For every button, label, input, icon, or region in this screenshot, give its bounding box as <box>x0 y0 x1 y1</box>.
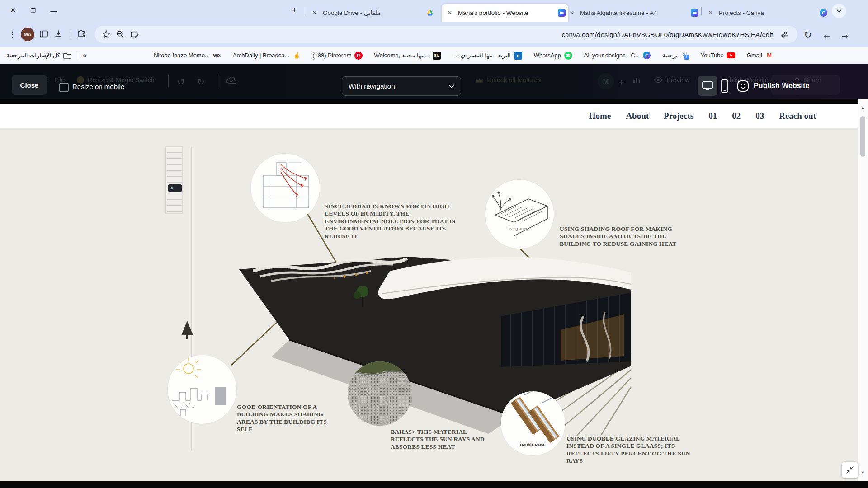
annotation-orientation: GOOD ORIENTATION OF A BUILDING MAKES SHA… <box>237 404 334 433</box>
tab-close-icon[interactable]: ✕ <box>705 7 716 18</box>
chevron-down-icon <box>836 9 842 13</box>
bookmark-pinterest[interactable]: (188) Pinterest P <box>312 52 362 60</box>
chevron-down-icon <box>448 84 454 88</box>
browser-menu-button[interactable]: ⋮ <box>5 28 19 41</box>
all-bookmarks-button[interactable]: كل الإشارات المرجعية <box>6 52 71 60</box>
callout-circle-gravel-material <box>348 361 412 426</box>
bookmark-blackboard[interactable]: Welcome, مها محمد... Bb <box>374 52 441 60</box>
new-tab-button[interactable]: + <box>288 4 301 17</box>
browser-toolbar: ⋮ MA canva.com/design/DAFnV8GBOL0/otqDAm… <box>0 22 868 47</box>
side-panel-icon <box>39 29 49 39</box>
kebab-menu-icon: ⋮ <box>9 30 16 39</box>
mobile-phone-icon <box>721 79 729 93</box>
vertical-scrollbar[interactable]: ▲ ▼ <box>858 99 868 481</box>
close-preview-button[interactable]: Close <box>12 75 47 95</box>
tab-strip: ✕ ❐ — + ✕ Google Drive - ملفاتي ✕ Maha's… <box>0 0 868 22</box>
nav-link-home[interactable]: Home <box>589 111 611 121</box>
window-close-button[interactable]: ✕ <box>6 4 20 17</box>
canva-logo-icon: C <box>820 9 827 17</box>
tab-google-drive[interactable]: ✕ Google Drive - ملفاتي <box>309 4 434 22</box>
exit-fullscreen-preview-button[interactable] <box>842 462 858 478</box>
cloud-saved-icon <box>226 76 237 84</box>
nav-link-01[interactable]: 01 <box>708 111 717 121</box>
folder-icon <box>63 52 71 60</box>
tab-close-icon[interactable]: ✕ <box>309 7 320 18</box>
toolbar-divider <box>71 30 71 39</box>
scroll-up-arrow[interactable]: ▲ <box>859 105 866 110</box>
tab-maha-resume[interactable]: ✕ Maha Alqahtani-resume - A4 <box>566 4 698 22</box>
mobile-view-toggle[interactable] <box>721 79 729 93</box>
extensions-button[interactable] <box>76 28 86 39</box>
site-controls-button[interactable] <box>776 29 793 39</box>
tab-title: Maha Alqahtani-resume - A4 <box>577 9 691 16</box>
scrollbar-thumb[interactable] <box>860 116 865 157</box>
dimmed-divider <box>168 75 169 87</box>
address-bar[interactable]: canva.com/design/DAFnV8GBOL0/otqDAmsKwwE… <box>95 26 797 43</box>
navigation-mode-dropdown[interactable]: With navigation <box>342 76 461 96</box>
add-member-dimmed: + <box>618 76 624 88</box>
bookmark-nitobe[interactable]: Nitobe Inazo Memo... WIX <box>154 52 221 60</box>
publish-website-button[interactable]: Publish Website <box>737 76 809 96</box>
nav-link-projects[interactable]: Projects <box>664 111 693 121</box>
window-minimize-button[interactable]: — <box>47 4 61 17</box>
nav-link-03[interactable]: 03 <box>755 111 764 121</box>
desktop-view-toggle[interactable] <box>698 76 717 96</box>
tab-divider <box>304 7 304 15</box>
bookmark-canva-designs[interactable]: All your designs - C... C <box>584 52 651 59</box>
window-restore-button[interactable]: ❐ <box>26 4 40 17</box>
tab-title: Projects - Canva <box>716 9 820 16</box>
tab-maha-portfolio-active[interactable]: ✕ Maha's portfolio - Website <box>442 4 568 22</box>
extensions-puzzle-icon <box>76 28 86 39</box>
bookmark-whatsapp[interactable]: WhatsApp ☎ <box>534 52 572 60</box>
page-action-icon[interactable] <box>127 30 142 39</box>
bookmark-youtube[interactable]: YouTube <box>701 52 735 60</box>
zoom-page-icon[interactable] <box>113 30 127 39</box>
living-area-label: living area <box>509 226 527 231</box>
reload-button[interactable]: ↻ <box>801 28 815 42</box>
collapse-arrows-icon <box>845 465 854 474</box>
bookmark-translate[interactable]: ترجمة G أ <box>662 52 689 60</box>
scroll-down-arrow[interactable]: ▼ <box>859 470 866 475</box>
bookmark-outlook-mail[interactable]: البريد - مها المسردي ا... o <box>453 52 522 60</box>
callout-circle-orientation <box>168 355 236 424</box>
profile-avatar[interactable]: MA <box>21 28 34 41</box>
site-navigation: Home About Projects 01 02 03 Reach out <box>0 104 858 128</box>
forward-arrow-icon: → <box>840 29 850 40</box>
nav-link-02[interactable]: 02 <box>732 111 741 121</box>
restore-icon: ❐ <box>30 7 36 14</box>
tune-icon <box>779 29 789 39</box>
downloads-button[interactable] <box>53 29 63 39</box>
whatsapp-icon: ☎ <box>564 52 572 60</box>
callout-circle-ventilation-section <box>251 154 320 222</box>
all-bookmarks-label: كل الإشارات المرجعية <box>6 52 60 59</box>
dimmed-divider <box>217 75 217 87</box>
side-panel-button[interactable] <box>39 29 49 39</box>
wix-icon: WIX <box>213 52 221 60</box>
back-button[interactable]: ← <box>820 28 834 42</box>
browser-window: ✕ ❐ — + ✕ Google Drive - ملفاتي ✕ Maha's… <box>0 0 868 488</box>
tab-search-chevron-button[interactable] <box>832 4 846 18</box>
tab-projects-canva[interactable]: ✕ Projects - Canva C <box>705 4 827 22</box>
bookmark-archdaily[interactable]: ArchDaily | Broadca... ☝ <box>233 52 301 60</box>
url-text[interactable]: canva.com/design/DAFnV8GBOL0/otqDAmsKwwE… <box>562 31 773 38</box>
google-translate-icon: G أ <box>681 52 689 60</box>
unlock-features-dimmed: Unlock all features <box>476 76 541 84</box>
double-pane-label: Double Pane <box>520 443 545 447</box>
canva-editor-header: File Resize & Magic Switch ↺ ↻ Unlock al… <box>0 64 868 99</box>
tree-symbol <box>181 321 193 339</box>
tab-close-icon[interactable]: ✕ <box>566 7 577 18</box>
tab-close-icon[interactable]: ✕ <box>444 7 455 18</box>
download-icon <box>53 29 63 39</box>
annotation-shading-roof: USING SHADING ROOF FOR MAKING SHADES INS… <box>560 225 683 248</box>
eye-icon <box>654 77 663 83</box>
forward-button[interactable]: → <box>838 28 852 42</box>
google-drive-icon <box>426 9 434 17</box>
bookmarks-overflow-chevron[interactable]: « <box>83 51 87 60</box>
resize-on-mobile-checkbox[interactable] <box>59 83 69 92</box>
canva-design-icon <box>558 9 566 17</box>
annotation-material: BAHAS> THIS MATERIAL REFLECTS THE SUN RA… <box>391 428 494 450</box>
bookmark-star-icon[interactable] <box>99 30 113 39</box>
bookmark-gmail[interactable]: Gmail M <box>747 52 774 60</box>
nav-link-reach-out[interactable]: Reach out <box>779 111 816 121</box>
nav-link-about[interactable]: About <box>626 111 649 121</box>
